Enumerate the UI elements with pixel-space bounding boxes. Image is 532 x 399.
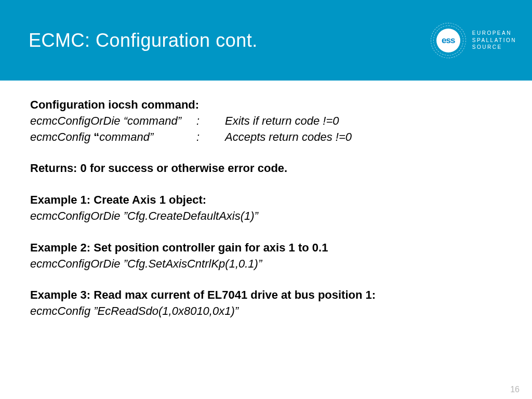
cmd-syntax: ecmcConfig “command” (30, 129, 196, 145)
logo-area: ess EUROPEAN SPALLATION SOURCE (431, 23, 516, 58)
org-name: EUROPEAN SPALLATION SOURCE (472, 30, 516, 51)
cmd-prefix: ecmcConfig (30, 130, 94, 143)
cmd-colon: : (196, 129, 225, 145)
config-heading: Configuration iocsh command: (30, 97, 502, 113)
slide-header: ECMC: Configuration cont. ess EUROPEAN S… (0, 0, 532, 81)
org-line: EUROPEAN (472, 30, 516, 37)
example-command: ecmcConfigOrDie ”Cfg.SetAxisCntrlKp(1,0.… (30, 256, 502, 272)
example-command: ecmcConfigOrDie ”Cfg.CreateDefaultAxis(1… (30, 208, 502, 224)
org-line: SOURCE (472, 44, 516, 51)
cmd-desc: Exits if return code !=0 (225, 113, 339, 129)
slide-body: Configuration iocsh command: ecmcConfigO… (0, 81, 532, 320)
example-command: ecmcConfig ”EcReadSdo(1,0x8010,0x1)” (30, 303, 502, 320)
example-heading: Example 3: Read max current of EL7041 dr… (30, 287, 502, 303)
cmd-quote: “ (94, 130, 99, 143)
page-number: 16 (510, 385, 520, 394)
returns-text: Returns: 0 for success or otherwise erro… (30, 161, 502, 177)
org-line: SPALLATION (472, 37, 516, 44)
example-heading: Example 2: Set position controller gain … (30, 240, 502, 256)
command-row: ecmcConfigOrDie “command” : Exits if ret… (30, 113, 502, 129)
cmd-colon: : (196, 113, 225, 129)
command-row: ecmcConfig “command” : Accepts return co… (30, 129, 502, 145)
ess-logo-icon: ess (431, 23, 466, 58)
cmd-rest: command” (99, 130, 153, 143)
cmd-syntax: ecmcConfigOrDie “command” (30, 113, 196, 129)
page-title: ECMC: Configuration cont. (29, 30, 258, 51)
cmd-desc: Accepts return codes !=0 (225, 129, 352, 145)
example-heading: Example 1: Create Axis 1 object: (30, 192, 502, 208)
logo-mark: ess (436, 29, 460, 52)
